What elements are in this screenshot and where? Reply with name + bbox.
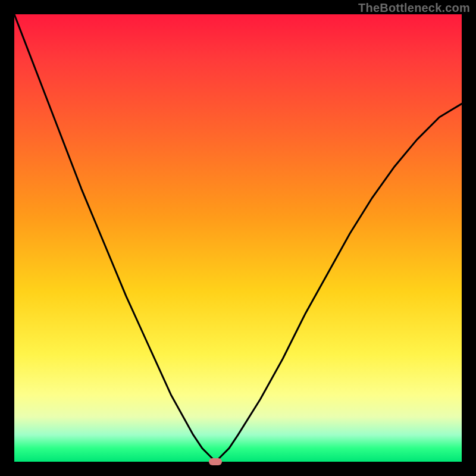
minimum-marker [209,458,222,465]
plot-area [14,14,462,462]
bottleneck-curve [14,14,462,462]
chart-frame: TheBottleneck.com [0,0,476,476]
watermark-text: TheBottleneck.com [358,1,470,15]
